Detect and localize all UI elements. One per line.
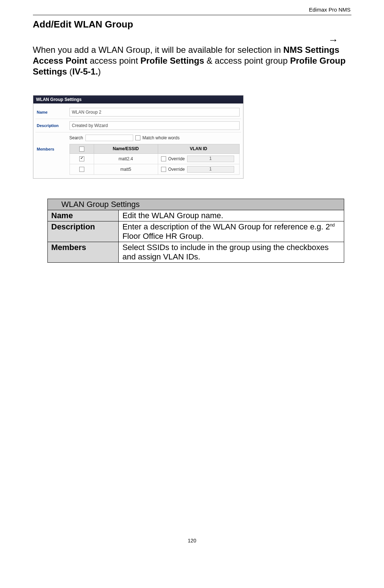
- shot-members-table: Name/ESSID VLAN ID matt2.4 Override 1: [69, 144, 240, 175]
- shot-name-label: Name: [37, 110, 69, 114]
- shot-row1-vlan-input[interactable]: 1: [187, 156, 234, 162]
- intro-mid4: ): [98, 67, 101, 76]
- intro-bold-ap: Access Point: [33, 56, 88, 65]
- intro-bold-nms: NMS Settings: [283, 45, 339, 55]
- shot-search-label: Search: [69, 135, 83, 140]
- def-key-name: Name: [47, 210, 119, 221]
- header-divider: [33, 15, 351, 15]
- arrow-icon: →: [328, 34, 338, 46]
- shot-match-label: Match whole words: [143, 135, 180, 140]
- shot-search-input[interactable]: [85, 135, 133, 141]
- shot-row1-checkbox[interactable]: [79, 156, 84, 161]
- intro-mid2: & access point group: [204, 56, 290, 65]
- shot-col-vlan: VLAN ID: [158, 144, 239, 154]
- def-val-desc: Enter a description of the WLAN Group fo…: [119, 221, 344, 242]
- shot-row2-name: matt5: [94, 164, 158, 174]
- intro-bold-profile: Profile Settings: [140, 56, 204, 65]
- def-val-desc-sup: nd: [330, 223, 335, 228]
- def-key-members: Members: [47, 242, 119, 262]
- def-key-desc: Description: [47, 221, 119, 242]
- page-number: 120: [33, 538, 351, 543]
- shot-row2-vlan-input[interactable]: 1: [187, 166, 234, 173]
- shot-row2-checkbox[interactable]: [79, 167, 84, 172]
- shot-titlebar: WLAN Group Settings: [33, 96, 243, 103]
- def-val-name: Edit the WLAN Group name.: [119, 210, 344, 221]
- header-product: Edimax Pro NMS: [33, 7, 351, 13]
- intro-bold-ref: IV-5-1.: [72, 67, 98, 76]
- definition-table: WLAN Group Settings Name Edit the WLAN G…: [47, 199, 344, 263]
- intro-paragraph: → When you add a WLAN Group, it will be …: [33, 45, 351, 77]
- shot-row2-override-checkbox[interactable]: [161, 167, 166, 172]
- page-title: Add/Edit WLAN Group: [33, 19, 351, 30]
- shot-desc-input[interactable]: Created by Wizard: [69, 121, 240, 130]
- table-row: matt5 Override 1: [69, 164, 239, 174]
- shot-row1-override-label: Override: [168, 156, 185, 161]
- wlan-group-settings-screenshot: WLAN Group Settings Name WLAN Group 2 De…: [33, 95, 244, 179]
- intro-text-pre: When you add a WLAN Group, it will be av…: [33, 45, 283, 55]
- shot-header-checkbox[interactable]: [79, 147, 84, 152]
- def-val-desc-pre: Enter a description of the WLAN Group fo…: [122, 222, 330, 231]
- shot-members-label: Members: [37, 135, 69, 151]
- shot-name-input[interactable]: WLAN Group 2: [69, 108, 240, 117]
- def-title-spacer: [47, 199, 58, 210]
- def-val-members: Select SSIDs to include in the group usi…: [119, 242, 344, 262]
- def-val-desc-post: Floor Office HR Group.: [122, 232, 204, 241]
- table-row: matt2.4 Override 1: [69, 153, 239, 164]
- shot-desc-label: Description: [37, 123, 69, 128]
- shot-col-name: Name/ESSID: [94, 144, 158, 154]
- shot-row1-name: matt2.4: [94, 153, 158, 164]
- shot-match-checkbox[interactable]: [135, 135, 140, 140]
- intro-mid3: (: [67, 67, 72, 76]
- def-section-title: WLAN Group Settings: [58, 199, 344, 210]
- intro-mid1: access point: [87, 56, 140, 65]
- shot-row1-override-checkbox[interactable]: [161, 156, 166, 161]
- shot-row2-override-label: Override: [168, 167, 185, 172]
